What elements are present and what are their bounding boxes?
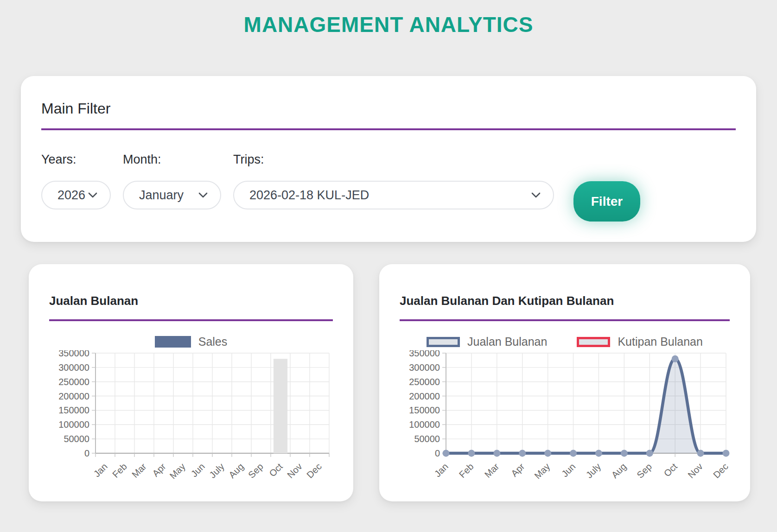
years-select-value: 2026 [57, 188, 85, 203]
legend-label: Kutipan Bulanan [618, 335, 702, 348]
svg-text:300000: 300000 [58, 362, 89, 373]
svg-text:Jan: Jan [432, 461, 450, 479]
line-chart-canvas: 0500001000001500002000002500003000003500… [400, 350, 730, 489]
grid-lines [96, 353, 329, 453]
svg-text:Apr: Apr [150, 461, 168, 479]
legend-label: Jualan Bulanan [467, 335, 547, 348]
month-labels: JanFebMarAprMayJunJulyAugSepOctNovDec [91, 461, 323, 481]
svg-text:Dec: Dec [305, 461, 324, 480]
bar-oct [274, 359, 287, 453]
svg-text:Oct: Oct [267, 461, 285, 479]
trips-select-value: 2026-02-18 KUL-JED [249, 188, 369, 203]
svg-text:350000: 350000 [58, 350, 89, 358]
svg-text:200000: 200000 [58, 391, 89, 401]
legend-swatch [155, 336, 191, 348]
filter-heading: Main Filter [41, 100, 736, 117]
svg-text:50000: 50000 [414, 434, 440, 444]
svg-text:Jun: Jun [189, 461, 206, 479]
svg-text:Nov: Nov [285, 461, 304, 480]
svg-text:250000: 250000 [58, 377, 89, 387]
month-labels: JanFebMarAprMayJunJulyAugSepOctNovDec [432, 461, 730, 481]
line-chart-legend: Jualan BulananKutipan Bulanan [400, 335, 730, 348]
page-title: MANAGEMENT ANALYTICS [0, 12, 777, 37]
filter-controls-row: Years: 2026 Month: January Trips: 2026-0… [41, 152, 736, 209]
month-select-value: January [139, 188, 184, 203]
svg-text:Mar: Mar [483, 461, 501, 480]
bar-chart-rule [49, 319, 333, 321]
svg-text:Apr: Apr [509, 461, 527, 479]
svg-text:Oct: Oct [662, 461, 679, 479]
chevron-down-icon [198, 192, 208, 198]
bar-chart-card: Jualan Bulanan Sales 0500001000001500002… [29, 264, 353, 501]
axis-labels: 0500001000001500002000002500003000003500… [409, 350, 440, 458]
svg-text:150000: 150000 [409, 405, 440, 415]
bar-chart-canvas: 0500001000001500002000002500003000003500… [49, 350, 333, 489]
svg-text:0: 0 [435, 448, 440, 458]
svg-text:150000: 150000 [58, 405, 89, 415]
svg-text:50000: 50000 [64, 434, 89, 444]
svg-text:July: July [584, 461, 603, 480]
svg-text:300000: 300000 [409, 362, 440, 373]
svg-text:0: 0 [84, 448, 89, 458]
legend-label: Sales [198, 335, 228, 348]
trips-label: Trips: [233, 152, 554, 167]
charts-row: Jualan Bulanan Sales 0500001000001500002… [29, 264, 750, 501]
svg-text:May: May [168, 461, 187, 481]
svg-text:350000: 350000 [409, 350, 440, 358]
svg-text:250000: 250000 [409, 377, 440, 387]
axis-ticks [92, 353, 329, 457]
svg-text:Dec: Dec [711, 461, 730, 480]
svg-text:Sep: Sep [246, 461, 265, 480]
svg-text:Aug: Aug [227, 461, 246, 480]
svg-text:July: July [207, 461, 226, 480]
month-label: Month: [123, 152, 221, 167]
month-field: Month: January [123, 152, 221, 209]
legend-item-jualan-bulanan[interactable]: Jualan Bulanan [427, 335, 547, 348]
axis-labels: 0500001000001500002000002500003000003500… [58, 350, 89, 458]
svg-text:Jan: Jan [91, 461, 109, 479]
main-filter-card: Main Filter Years: 2026 Month: January T… [21, 76, 756, 242]
chevron-down-icon [88, 192, 98, 198]
trips-field: Trips: 2026-02-18 KUL-JED [233, 152, 554, 209]
svg-text:Feb: Feb [457, 461, 476, 480]
svg-text:100000: 100000 [409, 419, 440, 430]
filter-heading-rule [41, 128, 736, 130]
line-chart-card: Jualan Bulanan Dan Kutipan Bulanan Juala… [379, 264, 750, 501]
years-field: Years: 2026 [41, 152, 111, 209]
svg-text:Nov: Nov [686, 461, 705, 480]
bar-chart-legend: Sales [49, 335, 333, 348]
line-chart-rule [400, 319, 730, 321]
svg-text:100000: 100000 [58, 419, 89, 430]
legend-item-kutipan-bulanan[interactable]: Kutipan Bulanan [577, 335, 702, 348]
filter-button[interactable]: Filter [573, 181, 640, 222]
legend-swatch [427, 337, 460, 347]
svg-text:Mar: Mar [130, 461, 148, 480]
bar-chart-title: Jualan Bulanan [49, 294, 333, 308]
line-chart-title: Jualan Bulanan Dan Kutipan Bulanan [400, 294, 730, 308]
years-select[interactable]: 2026 [41, 181, 111, 209]
svg-text:200000: 200000 [409, 391, 440, 401]
years-label: Years: [41, 152, 111, 167]
svg-text:Feb: Feb [110, 461, 129, 480]
svg-text:May: May [532, 461, 552, 481]
trips-select[interactable]: 2026-02-18 KUL-JED [233, 181, 554, 209]
chevron-down-icon [531, 192, 541, 198]
legend-item-sales[interactable]: Sales [155, 335, 228, 348]
svg-text:Sep: Sep [635, 461, 654, 480]
month-select[interactable]: January [123, 181, 221, 209]
legend-swatch [577, 337, 610, 347]
svg-text:Jun: Jun [560, 461, 577, 479]
bars [274, 359, 287, 453]
svg-text:Aug: Aug [609, 461, 628, 480]
